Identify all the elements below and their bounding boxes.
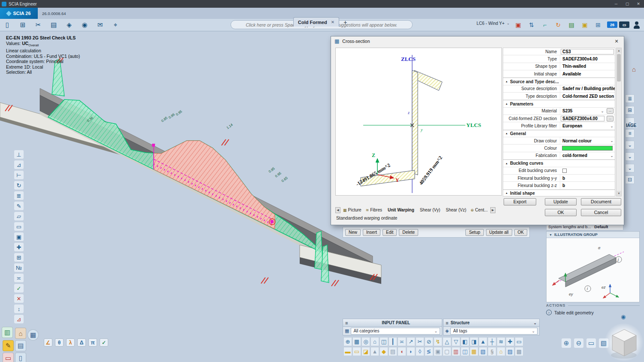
database-badge[interactable]: ▭ bbox=[619, 21, 629, 28]
section-marker-icon[interactable]: ▲ bbox=[505, 192, 508, 194]
cancel-button[interactable]: Cancel bbox=[581, 209, 621, 216]
input-panel-menu-icon[interactable]: ≡ bbox=[345, 320, 348, 326]
temperature-icon[interactable]: ≶ bbox=[425, 347, 433, 356]
section-marker-icon[interactable]: ▲ bbox=[505, 80, 508, 83]
pi-icon[interactable]: π bbox=[88, 338, 97, 347]
load-tool-icon[interactable]: ↯ bbox=[434, 337, 442, 346]
frame-select-icon[interactable]: ▭ bbox=[14, 222, 24, 231]
more-options-button[interactable]: ... bbox=[607, 116, 614, 121]
illustration-group-header[interactable]: ▼ ILLUSTRATION GROUP bbox=[547, 232, 639, 238]
document-button[interactable]: Document bbox=[581, 198, 621, 205]
combo-icon[interactable]: ◫ bbox=[461, 347, 469, 356]
support-fixed-icon[interactable]: ⊥ bbox=[14, 150, 24, 159]
grid-tool-icon[interactable]: ▦ bbox=[352, 337, 361, 346]
property-row[interactable]: ▲ Source description Sadef nv / Building… bbox=[503, 85, 615, 93]
node-tool-icon[interactable]: ⊕ bbox=[343, 337, 352, 346]
refresh-icon[interactable]: ↻ bbox=[553, 20, 563, 30]
locked-box-icon[interactable]: ▣ bbox=[580, 20, 589, 30]
printer-icon[interactable]: ▤ bbox=[48, 20, 59, 30]
edit-buckling-checkbox[interactable] bbox=[562, 169, 567, 173]
structure-panel-header[interactable]: ≡ Structure ⌄ bbox=[443, 319, 540, 327]
list-action-button[interactable]: Delete bbox=[399, 229, 418, 236]
connect-members-icon[interactable]: ≍ bbox=[14, 274, 24, 282]
maximize-button[interactable]: ▢ bbox=[622, 0, 633, 8]
section-cut-icon[interactable]: ▱ bbox=[14, 212, 24, 220]
colour-swatch[interactable] bbox=[562, 146, 613, 151]
moment-right-icon[interactable]: ◗ bbox=[407, 347, 415, 356]
pattern-icon[interactable]: ▧ bbox=[479, 347, 487, 356]
dropdown-arrow-icon[interactable]: ⌄ bbox=[609, 154, 615, 158]
more-options-button[interactable]: ... bbox=[607, 108, 614, 114]
structure-menu-icon[interactable]: ≡ bbox=[446, 320, 448, 326]
diagonal-tool-icon[interactable]: ↗ bbox=[407, 337, 415, 346]
dialog-titlebar[interactable]: ▦ Cross-section ✕ bbox=[331, 36, 624, 46]
beam-tool-icon[interactable]: ┃ bbox=[389, 337, 397, 346]
scroll-up-icon[interactable]: ▲ bbox=[617, 48, 621, 53]
diamond-mesh-icon[interactable]: ◊ bbox=[416, 347, 424, 356]
navigation-cube[interactable] bbox=[605, 323, 643, 361]
update-button[interactable]: Update bbox=[545, 198, 577, 205]
hatch-dense-icon[interactable]: ▨ bbox=[506, 347, 514, 356]
section-marker-icon[interactable]: ▲ bbox=[505, 162, 508, 165]
notes-icon[interactable]: ▤ bbox=[567, 20, 576, 30]
gallery-icon[interactable]: ⊞ bbox=[17, 20, 28, 30]
library-icon[interactable]: ◈ bbox=[64, 20, 75, 30]
chevron-icon[interactable]: ⌄ bbox=[625, 141, 635, 149]
property-row[interactable]: ▲ Type description Cold-formed ZED secti… bbox=[503, 93, 615, 100]
plate-tool-icon[interactable]: ▭ bbox=[515, 337, 523, 346]
annotate-icon[interactable]: ✎ bbox=[14, 202, 24, 210]
list-action-button[interactable]: Edit bbox=[383, 229, 397, 236]
house-tool-icon[interactable]: ⌂ bbox=[497, 347, 505, 356]
accept-icon[interactable]: ✓ bbox=[14, 284, 24, 293]
free-node-icon[interactable]: ▢ bbox=[443, 347, 451, 356]
snap-settings-icon[interactable]: ▦ bbox=[27, 329, 39, 341]
layers-panel-icon[interactable]: ▤ bbox=[15, 340, 26, 351]
property-row[interactable]: ▲ Draw colour Normal colour ⌄ ... bbox=[503, 137, 615, 145]
property-row[interactable]: ▲ Source and Type desc... ⌄ ... bbox=[503, 78, 615, 85]
property-row[interactable]: ▲ Type SADEFZ300x4.00 ⌄ ... bbox=[503, 55, 615, 63]
wall-left-tool-icon[interactable]: ◧ bbox=[461, 337, 469, 346]
surface-load-icon[interactable]: ▭ bbox=[352, 347, 361, 356]
cut-tool-icon[interactable]: ✂ bbox=[416, 337, 424, 346]
dropdown-arrow-icon[interactable]: ⌄ bbox=[609, 139, 615, 143]
support-roller-icon[interactable]: ⊢ bbox=[14, 171, 24, 179]
list-action-button[interactable]: Update all bbox=[486, 229, 512, 236]
property-row[interactable]: ▲ Flexural buckling z-z b ⌄ ... bbox=[503, 182, 615, 189]
tools-icon[interactable]: ✂ bbox=[33, 20, 44, 30]
home-view-icon[interactable]: ⌂ bbox=[632, 66, 636, 73]
picture-tab[interactable]: Unit Warping bbox=[384, 207, 416, 214]
document-tab[interactable]: Cold Formed ✕ bbox=[293, 17, 339, 27]
property-row[interactable]: ▲ Initial shape Available ⌄ ... bbox=[503, 70, 615, 78]
properties-list-icon[interactable]: ≣ bbox=[625, 94, 635, 103]
zoom-in-icon[interactable]: ⊕ bbox=[562, 338, 571, 348]
hatch-icon[interactable]: ▥ bbox=[452, 347, 460, 356]
picture-tab[interactable]: Shear (Vz) bbox=[442, 207, 468, 214]
property-row[interactable]: ▲ Buckling curves ⌄ ... bbox=[503, 160, 615, 167]
new-tab-button[interactable]: + bbox=[343, 18, 347, 27]
property-row[interactable]: ▲ Profile Library filter European ⌄ ... bbox=[503, 122, 615, 130]
circle-tool-icon[interactable]: ◎ bbox=[361, 337, 370, 346]
property-row[interactable]: ▲ Name CS3 ⌄ ... bbox=[503, 48, 615, 55]
member-icon[interactable]: ▭ bbox=[3, 353, 14, 362]
support-hinged-icon[interactable]: ⊿ bbox=[14, 160, 24, 169]
tab-close-icon[interactable]: ✕ bbox=[331, 20, 334, 24]
structure-dropdown-icon[interactable]: ⌄ bbox=[533, 321, 537, 325]
categories-select[interactable]: All categories ⌄ bbox=[351, 328, 440, 335]
property-row[interactable]: ▲ Cold-formed ZED section SADEFZ300x4.00… bbox=[503, 115, 615, 122]
tabs-prev-icon[interactable]: ◀ bbox=[335, 207, 340, 213]
chevron2-icon[interactable]: ⌄ bbox=[625, 152, 635, 161]
dimension-line-icon[interactable]: ⌐ bbox=[540, 20, 550, 30]
menu-lines-icon[interactable]: ≡ bbox=[625, 129, 635, 138]
grid-check-icon[interactable]: ⊞ bbox=[593, 20, 603, 30]
plate-panel-icon[interactable]: ▥ bbox=[2, 327, 13, 338]
dropdown-arrow-icon[interactable]: ⌄ bbox=[599, 109, 605, 113]
collapse-icon[interactable]: ▼ bbox=[549, 233, 552, 236]
column-tool-icon[interactable]: ◫ bbox=[380, 337, 388, 346]
property-scrollbar[interactable]: ▲ ▼ bbox=[616, 48, 622, 196]
layer-icon[interactable]: ▤ bbox=[389, 347, 397, 356]
delta-icon[interactable]: Δ bbox=[77, 338, 86, 347]
copy-entity-icon[interactable]: ▣ bbox=[14, 232, 24, 241]
mesh-icon[interactable]: ▦ bbox=[470, 347, 478, 356]
tags-select[interactable]: All tags ⌄ bbox=[450, 328, 538, 335]
truss-down-tool-icon[interactable]: ▽ bbox=[452, 337, 460, 346]
